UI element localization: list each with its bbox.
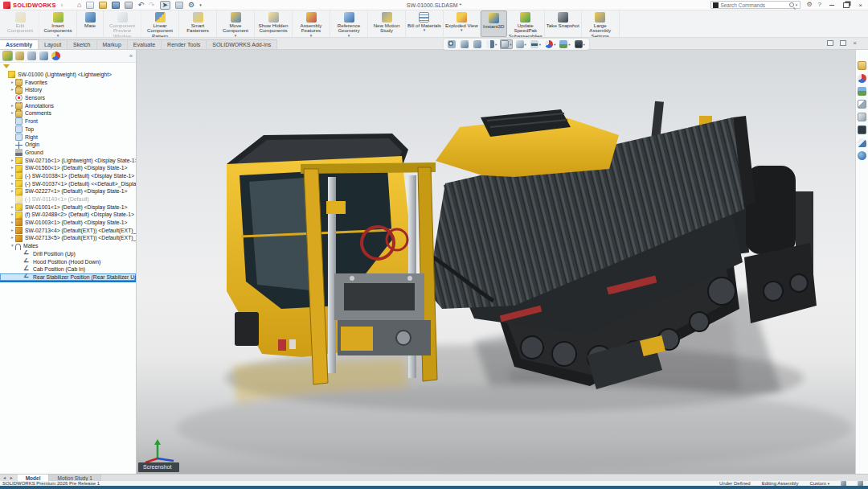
ribbon-dropdown-icon[interactable]: ▾: [310, 34, 313, 37]
hud-dropdown-icon[interactable]: ▾: [495, 43, 497, 47]
options-gear-icon[interactable]: ⚙: [188, 2, 194, 9]
hud-dropdown-icon[interactable]: ▾: [583, 43, 585, 47]
configurationmanager-tab-icon[interactable]: [27, 51, 36, 60]
tree-item[interactable]: (-) SW-01140<1> (Default): [0, 195, 136, 203]
expander-icon[interactable]: ▸: [10, 79, 15, 87]
doc-close-icon[interactable]: ×: [853, 40, 857, 46]
undo-icon[interactable]: ↶: [137, 2, 144, 9]
task-pane-icon[interactable]: [858, 125, 866, 134]
task-pane-icon[interactable]: [858, 61, 866, 70]
hud-tool[interactable]: ▾: [574, 39, 586, 49]
expander-icon[interactable]: ▸: [10, 219, 15, 227]
tree-item[interactable]: Front: [0, 117, 136, 125]
ribbon-button[interactable]: Insert Components ▾: [39, 10, 77, 37]
expander-icon[interactable]: ▸: [10, 203, 15, 212]
restore-button[interactable]: [841, 2, 850, 9]
expander-icon[interactable]: ▸: [10, 164, 15, 172]
expander-icon[interactable]: ▸: [10, 172, 15, 180]
tree-item[interactable]: ▸ History: [0, 86, 136, 94]
ribbon-dropdown-icon[interactable]: ▾: [348, 34, 350, 37]
expander-icon[interactable]: ▸: [10, 187, 15, 195]
hud-tool[interactable]: [447, 39, 457, 49]
doc-minimize-icon[interactable]: [840, 40, 846, 46]
displaymanager-tab-icon[interactable]: [51, 51, 60, 60]
help-icon[interactable]: ?: [818, 1, 821, 9]
task-pane-icon[interactable]: [858, 74, 866, 83]
open-file-icon[interactable]: [99, 2, 107, 9]
model-tab[interactable]: Motion Study 1: [49, 475, 100, 481]
hud-tool[interactable]: ▾: [515, 39, 527, 49]
hud-tool[interactable]: [473, 39, 483, 49]
ribbon-dropdown-icon[interactable]: ▾: [235, 34, 237, 37]
hud-tool[interactable]: ▾: [485, 39, 497, 49]
hud-dropdown-icon[interactable]: ▾: [568, 43, 570, 47]
expander-icon[interactable]: ▾: [10, 242, 15, 250]
expander-icon[interactable]: ▸: [10, 234, 15, 242]
hud-dropdown-icon[interactable]: ▾: [525, 43, 526, 47]
tree-item[interactable]: Cab Position (Cab In): [0, 265, 136, 273]
new-file-icon[interactable]: [86, 2, 94, 9]
tree-item[interactable]: ▸ SW-01001<1> (Default) <Display State-1…: [0, 203, 136, 212]
command-tab[interactable]: SOLIDWORKS Add-Ins: [207, 39, 277, 49]
magnifier-icon[interactable]: [789, 2, 794, 7]
settings-gear-icon[interactable]: ⚙: [806, 1, 812, 9]
hud-tool[interactable]: ▾: [559, 39, 571, 49]
command-tab[interactable]: Assembly: [0, 39, 39, 49]
task-pane-icon[interactable]: [858, 151, 866, 160]
home-icon[interactable]: ⌂: [77, 2, 81, 9]
tree-item[interactable]: ▸ (-) SW-01038<1> (Default) <Display Sta…: [0, 172, 136, 180]
tab-scroll-arrows-icon[interactable]: ◂ ▸: [0, 475, 18, 481]
tree-item[interactable]: Right: [0, 134, 136, 142]
tree-item[interactable]: Drill Position (Up): [0, 250, 136, 258]
model-tab[interactable]: Model: [18, 475, 50, 481]
tree-item[interactable]: Rear Stabilizer Position (Rear Stabilize…: [0, 273, 136, 282]
ribbon-button[interactable]: Mate: [77, 10, 104, 37]
ribbon-button[interactable]: Exploded View ▾: [444, 10, 481, 37]
tree-item[interactable]: Sensors: [0, 94, 136, 102]
ribbon-button[interactable]: Large Assembly Settings: [582, 10, 620, 37]
tree-item[interactable]: ▸ Annotations: [0, 102, 136, 110]
tree-item[interactable]: SW-01000 (Lightweight) <Lightweight>: [0, 71, 136, 79]
ribbon-button[interactable]: Reference Geometry ▾: [330, 10, 368, 37]
expander-icon[interactable]: ▸: [10, 211, 15, 219]
hud-tool[interactable]: ▾: [530, 39, 542, 49]
task-pane-icon[interactable]: [858, 100, 866, 109]
ribbon-button[interactable]: Component Preview Window: [104, 10, 141, 37]
expander-icon[interactable]: ▸: [10, 157, 15, 165]
task-pane-icon[interactable]: [858, 87, 866, 96]
tree-item[interactable]: ▸ SW-01560<1> (Default) <Display State-1…: [0, 164, 136, 172]
expander-icon[interactable]: ▸: [10, 109, 15, 117]
tree-item[interactable]: ▸ (-) SW-01037<1> (Default) <<Default>_D…: [0, 180, 136, 188]
doc-restore-icon[interactable]: [827, 40, 833, 46]
tree-filter[interactable]: [0, 63, 136, 70]
hud-dropdown-icon[interactable]: ▾: [510, 43, 511, 47]
tree-item[interactable]: ▾ Mates: [0, 242, 136, 250]
file-properties-icon[interactable]: [175, 2, 183, 9]
featuremanager-tab-icon[interactable]: [3, 51, 12, 60]
search-commands-box[interactable]: ▾: [710, 1, 800, 9]
ribbon-button[interactable]: Edit Component: [2, 10, 39, 37]
hud-dropdown-icon[interactable]: ▾: [539, 43, 541, 47]
dimxpertmanager-tab-icon[interactable]: [39, 51, 48, 60]
hud-tool[interactable]: [460, 39, 470, 49]
minimize-button[interactable]: [827, 2, 836, 9]
hud-tool[interactable]: ▾: [544, 39, 556, 49]
ribbon-button[interactable]: Show Hidden Components: [255, 10, 293, 37]
task-pane-icon[interactable]: [858, 113, 866, 121]
expander-icon[interactable]: ▸: [10, 227, 15, 235]
expander-icon[interactable]: ▸: [10, 102, 15, 110]
command-tab[interactable]: Markup: [97, 39, 128, 49]
tree-item[interactable]: ▸ Comments: [0, 109, 136, 117]
3d-model-hdd-rig[interactable]: [137, 50, 855, 474]
ribbon-button[interactable]: Move Component ▾: [217, 10, 255, 37]
tree-item[interactable]: Top: [0, 125, 136, 134]
hud-dropdown-icon[interactable]: ▾: [554, 43, 555, 47]
tree-item[interactable]: Origin: [0, 141, 136, 149]
ribbon-button[interactable]: Instant3D: [481, 10, 507, 37]
tree-item[interactable]: ▸ SW-02713<5> (Default(EXT)) <Default(EX…: [0, 234, 136, 242]
ribbon-button[interactable]: Update SpeedPak Subassemblies: [507, 10, 545, 37]
command-tab[interactable]: Render Tools: [162, 39, 207, 49]
propertymanager-tab-icon[interactable]: [15, 51, 24, 60]
tree-item[interactable]: ▸ SW-01003<1> (Default) <Display State-1…: [0, 219, 136, 227]
print-icon[interactable]: [125, 2, 133, 9]
